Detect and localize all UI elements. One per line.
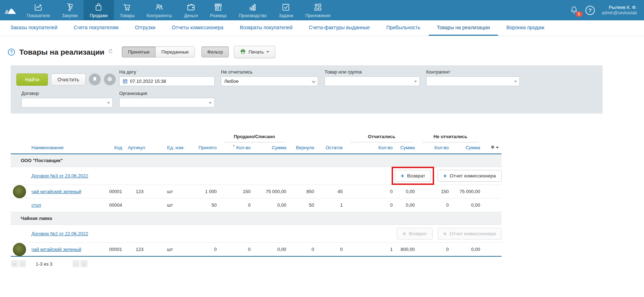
tab-commissioner-reports[interactable]: Отчеты комиссионера	[163, 20, 232, 36]
product-combobox[interactable]	[324, 76, 420, 86]
column-accepted[interactable]: Принято	[189, 142, 220, 154]
tab-consignment-goods[interactable]: Товары на реализации	[429, 20, 498, 36]
filter-button[interactable]: Фильтр	[201, 46, 229, 57]
first-page-button[interactable]: «	[11, 261, 18, 267]
cell-accepted: 0	[189, 243, 220, 257]
print-button[interactable]: Печать	[234, 46, 275, 58]
clear-button[interactable]: Очистить	[51, 74, 86, 86]
tab-issued-invoices[interactable]: Счета-фактуры выданные	[301, 20, 378, 36]
add-return-button-disabled: + Возврат	[397, 228, 433, 240]
highlight-box: + Возврат	[392, 167, 434, 185]
on-date-value: 07.10.2022 15:38	[130, 79, 166, 84]
column-not-reported-qty[interactable]: Кол-во	[418, 142, 452, 154]
refresh-icon[interactable]	[108, 49, 113, 55]
page-title: Товары на реализации	[19, 48, 104, 56]
tab-sales-funnel[interactable]: Воронка продаж	[498, 20, 553, 36]
organization-field: Организация	[119, 91, 221, 107]
contract-link[interactable]: Договор №3 от 23.06.2022	[31, 173, 88, 178]
cell-sold-qty: 150	[220, 185, 253, 198]
column-not-reported-sum[interactable]: Сумма	[452, 142, 483, 154]
cell-sold-sum: 75 000,00	[253, 185, 289, 198]
on-date-label: На дату	[119, 69, 215, 75]
cell-article: 123	[125, 185, 146, 198]
tab-shipments[interactable]: Отгрузки	[127, 20, 163, 36]
column-sold-sum[interactable]: Сумма	[253, 142, 289, 154]
last-page-button[interactable]: »	[81, 261, 87, 267]
nav-item-label: Товары	[120, 13, 135, 18]
user-menu[interactable]: Рылеев К. Ф. admin@sevkavlab	[602, 5, 637, 16]
organization-combobox[interactable]	[119, 98, 215, 107]
column-name[interactable]: Наименование	[11, 142, 95, 154]
accepted-toggle-button[interactable]: Принятые	[122, 46, 156, 57]
dropdown-arrow-icon	[514, 81, 517, 82]
nav-item-apps[interactable]: Приложения	[299, 0, 336, 20]
counterparty-label: Контрагент	[426, 69, 520, 75]
contract-combobox[interactable]	[21, 98, 113, 107]
nav-item-label: Производство	[239, 13, 267, 18]
apps-gear-icon	[313, 2, 322, 12]
find-button[interactable]: Найти	[16, 74, 48, 86]
contract-row: Договор №2 от 22.06.2022 + Возврат + Отч…	[11, 225, 502, 243]
notifications-bell-icon[interactable]: 5	[570, 5, 578, 15]
on-date-input[interactable]: 07.10.2022 15:38	[119, 76, 215, 86]
contract-link[interactable]: Договор №2 от 22.06.2022	[31, 231, 88, 236]
nav-item-money[interactable]: Деньги	[178, 0, 204, 20]
add-commissioner-report-button[interactable]: + Отчет комиссионера	[438, 170, 502, 182]
cell-not-reported-qty: 0	[418, 198, 452, 212]
column-reported-sum[interactable]: Сумма	[396, 142, 418, 154]
cell-not-reported-qty: 0	[418, 243, 452, 257]
cell-accepted: 50	[189, 198, 220, 212]
bookmark-button[interactable]	[89, 74, 101, 85]
nav-item-counterparties[interactable]: Контрагенты	[141, 0, 178, 20]
tab-customer-invoices[interactable]: Счета покупателям	[66, 20, 127, 36]
product-image[interactable]	[13, 243, 26, 256]
nav-item-production[interactable]: Производство	[233, 0, 273, 20]
tab-customer-returns[interactable]: Возвраты покупателей	[232, 20, 301, 36]
next-page-button[interactable]: ›	[73, 261, 79, 267]
nav-item-purchases[interactable]: Закупки	[56, 0, 84, 20]
product-image[interactable]	[13, 185, 26, 198]
product-link[interactable]: чай китайский зеленый	[31, 189, 81, 194]
help-icon[interactable]: ?	[585, 6, 595, 15]
column-code[interactable]: Код	[95, 142, 125, 154]
tab-profitability[interactable]: Прибыльность	[378, 20, 428, 36]
column-sold-qty[interactable]: ▼Кол-во	[220, 142, 253, 154]
prev-page-button[interactable]: ‹	[19, 261, 26, 267]
factory-chart-icon	[248, 2, 257, 12]
column-reported-qty[interactable]: Кол-во	[346, 142, 396, 154]
tab-customer-orders[interactable]: Заказы покупателей	[2, 20, 66, 36]
column-article[interactable]: Артикул	[125, 142, 146, 154]
add-return-button[interactable]: + Возврат	[395, 170, 431, 182]
column-returned[interactable]: Вернули	[289, 142, 317, 154]
notifications-count-badge: 5	[575, 11, 583, 17]
nav-item-tasks[interactable]: Задачи	[273, 0, 299, 20]
bookmark-icon	[92, 76, 97, 83]
page-help-icon[interactable]: ?	[8, 49, 15, 56]
print-button-label: Печать	[248, 49, 264, 55]
not-reported-select[interactable]: Любое	[221, 76, 318, 86]
page-header: ? Товары на реализации Принятые Переданн…	[8, 46, 644, 58]
nav-item-label: Деньги	[184, 13, 198, 18]
columns-settings-button[interactable]	[483, 142, 502, 154]
nav-item-retail[interactable]: Розница	[204, 0, 232, 20]
counterparty-group-name: ООО "Поставщик"	[11, 154, 502, 167]
contract-row: Договор №3 от 23.06.2022 + Возврат + Отч…	[11, 167, 502, 185]
product-link[interactable]: стол	[31, 202, 41, 208]
counterparty-combobox[interactable]	[426, 76, 520, 86]
not-reported-field: Не отчитались Любое	[221, 69, 324, 86]
filter-settings-button[interactable]	[104, 74, 116, 85]
cell-reported-qty: 0	[346, 185, 396, 198]
column-unit[interactable]: Ед. изм.	[146, 142, 189, 154]
column-rest[interactable]: Остаток	[317, 142, 346, 154]
product-link[interactable]: чай китайский зеленый	[31, 247, 81, 252]
transferred-toggle-button[interactable]: Переданные	[155, 46, 195, 57]
people-icon	[155, 2, 164, 12]
store-icon	[213, 2, 223, 12]
nav-item-sales[interactable]: Продажи	[84, 0, 114, 20]
nav-item-goods[interactable]: Товары	[114, 0, 141, 20]
nav-item-indicators[interactable]: Показатели	[21, 0, 56, 20]
cell-not-reported-qty: 150	[418, 185, 452, 198]
cell-unit: шт	[146, 185, 189, 198]
app-logo-icon[interactable]	[0, 0, 21, 20]
column-group-row: Продано/Списано Отчитались Не отчитались	[11, 132, 502, 142]
